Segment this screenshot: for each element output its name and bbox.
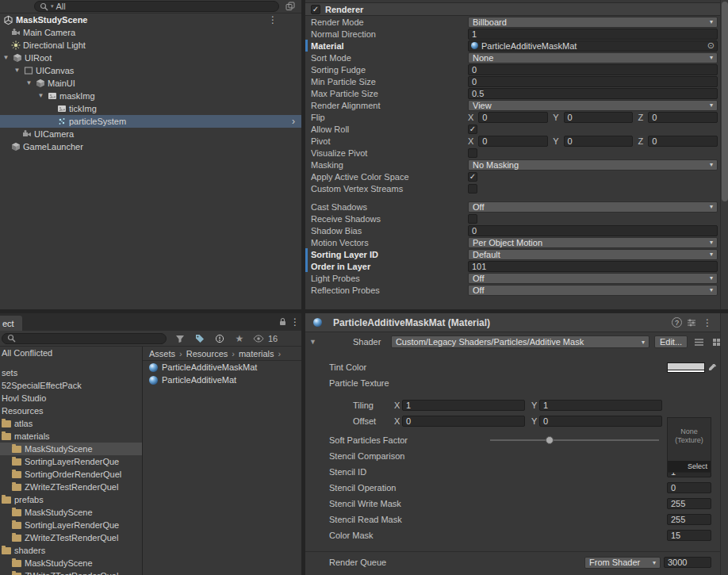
foldout-icon[interactable]: ▼: [13, 67, 21, 74]
render-alignment-dropdown[interactable]: View▾: [468, 100, 718, 111]
color-mask-field[interactable]: 15: [667, 530, 711, 541]
offset-x-field[interactable]: 0: [402, 416, 525, 427]
pivot-y-field[interactable]: 0: [564, 136, 634, 147]
soft-particles-slider[interactable]: [490, 435, 659, 446]
order-in-layer-field[interactable]: 101: [468, 261, 718, 272]
stencil-read-mask-field[interactable]: 255: [667, 514, 711, 525]
breadcrumb-segment[interactable]: materials: [239, 349, 274, 358]
hierarchy-scene-row[interactable]: MaskStudyScene ⋮: [0, 13, 301, 26]
motion-vectors-dropdown[interactable]: Per Object Motion▾: [468, 237, 718, 248]
tree-item-resources[interactable]: Resources: [0, 404, 142, 417]
material-scrollbar[interactable]: [720, 313, 728, 575]
tree-item-sortinglayerrenderque[interactable]: SortingLayerRenderQue: [0, 455, 142, 468]
offset-y-field[interactable]: 0: [539, 416, 662, 427]
layers-icon[interactable]: [284, 0, 297, 13]
normal-direction-field[interactable]: 1: [468, 29, 718, 40]
render-mode-dropdown[interactable]: Billboard▾: [468, 17, 718, 28]
hamburger-menu-icon[interactable]: [692, 335, 705, 348]
tiling-y-field[interactable]: 1: [539, 400, 662, 411]
tree-item-materials[interactable]: materials: [0, 430, 142, 443]
slider-thumb[interactable]: [546, 436, 554, 444]
custom-vertex-streams-checkbox[interactable]: [468, 184, 477, 194]
renderer-enabled-checkbox[interactable]: ✓: [311, 5, 320, 14]
tree-item-sortingorderrenderque[interactable]: SortingOrderRenderQuel: [0, 468, 142, 481]
tree-item-prefabs[interactable]: prefabs: [0, 493, 142, 506]
project-search-input[interactable]: [2, 333, 167, 344]
foldout-icon[interactable]: ▼: [2, 55, 10, 61]
foldout-icon[interactable]: ▼: [25, 80, 33, 86]
hierarchy-item-uicamera[interactable]: UICamera: [0, 128, 301, 140]
visualize-pivot-checkbox[interactable]: [468, 148, 477, 158]
sort-mode-dropdown[interactable]: None▾: [468, 52, 718, 63]
tree-item-zwriteztestrenderque[interactable]: ZWriteZTestRenderQuel: [0, 481, 142, 493]
hierarchy-item-maskimg[interactable]: ▼ maskImg: [0, 90, 301, 102]
sorting-layer-id-dropdown[interactable]: Default▾: [468, 249, 718, 260]
stencil-write-mask-field[interactable]: 255: [667, 498, 711, 509]
favorite-star-icon[interactable]: ★: [233, 332, 246, 345]
light-probes-dropdown[interactable]: Off▾: [468, 273, 718, 284]
cast-shadows-dropdown[interactable]: Off▾: [468, 201, 718, 213]
kebab-menu-icon[interactable]: ⋮: [268, 14, 278, 25]
tree-item-maskstudyscene[interactable]: MaskStudyScene: [0, 443, 142, 455]
tree-item-assets[interactable]: sets: [0, 366, 142, 379]
receive-shadows-checkbox[interactable]: [468, 214, 477, 224]
texture-select-button[interactable]: Select: [668, 461, 711, 472]
min-particle-size-field[interactable]: 0: [468, 76, 718, 87]
scrollbar-thumb[interactable]: [722, 2, 728, 201]
kebab-menu-icon[interactable]: ⋮: [289, 316, 301, 328]
asset-item-particleadditivemat[interactable]: ParticleAdditiveMat: [143, 374, 301, 386]
hierarchy-item-particlesystem[interactable]: particleSystem ›: [0, 115, 301, 128]
hierarchy-item-directional-light[interactable]: Directional Light: [0, 39, 301, 52]
horizontal-splitter[interactable]: [0, 309, 728, 313]
visibility-toggle[interactable]: 16: [253, 332, 278, 345]
tree-item-shaders[interactable]: shaders: [0, 544, 142, 557]
tree-item-atlas[interactable]: atlas: [0, 417, 142, 430]
eyedropper-icon[interactable]: [705, 361, 718, 374]
search-by-label-icon[interactable]: [193, 332, 206, 345]
foldout-icon[interactable]: ▼: [36, 93, 45, 99]
inspector-scrollbar[interactable]: [720, 0, 728, 309]
material-object-field[interactable]: ParticleAdditiveMaskMat ⊙: [468, 40, 718, 52]
tree-item-maskstudyscene-shaders[interactable]: MaskStudyScene: [0, 557, 142, 569]
hierarchy-item-uiroot[interactable]: ▼ UIRoot: [0, 52, 301, 64]
help-icon[interactable]: ?: [672, 317, 682, 328]
favorites-item-all-conflicted[interactable]: All Conflicted: [0, 347, 142, 359]
tree-item-sortinglayerrenderque-prefabs[interactable]: SortingLayerRenderQue: [0, 519, 142, 531]
hierarchy-item-gamelauncher[interactable]: GameLauncher: [0, 140, 301, 153]
lock-icon[interactable]: [276, 316, 289, 328]
flip-z-field[interactable]: 0: [648, 112, 718, 123]
sorting-fudge-field[interactable]: 0: [468, 64, 718, 75]
shader-dropdown[interactable]: Custom/Legacy Shaders/Particles/Additive…: [391, 335, 649, 348]
particle-texture-thumbnail[interactable]: None(Texture) Select: [667, 417, 711, 473]
tree-item-hovl-studio[interactable]: Hovl Studio: [0, 392, 142, 404]
kebab-menu-icon[interactable]: ⋮: [701, 316, 714, 329]
render-queue-mode-dropdown[interactable]: From Shader▾: [584, 557, 661, 569]
flip-x-field[interactable]: 0: [478, 112, 548, 123]
pivot-x-field[interactable]: 0: [478, 136, 548, 147]
tree-item-maskstudyscene-prefabs[interactable]: MaskStudyScene: [0, 506, 142, 519]
tint-color-swatch[interactable]: [667, 362, 705, 373]
tiling-x-field[interactable]: 1: [402, 400, 525, 411]
flip-y-field[interactable]: 0: [564, 112, 634, 123]
hierarchy-item-mainui[interactable]: ▼ MainUI: [0, 77, 301, 90]
object-picker-icon[interactable]: ⊙: [707, 41, 715, 50]
render-queue-field[interactable]: 3000: [664, 557, 711, 568]
breadcrumb-segment[interactable]: Assets: [149, 349, 175, 358]
masking-dropdown[interactable]: No Masking▾: [468, 159, 718, 171]
alert-icon[interactable]: [213, 332, 226, 345]
foldout-icon[interactable]: ▼: [309, 338, 316, 346]
apply-active-color-space-checkbox[interactable]: ✓: [468, 172, 477, 182]
chevron-right-icon[interactable]: ›: [292, 116, 295, 127]
presets-icon[interactable]: [685, 316, 698, 329]
search-filter-caret-icon[interactable]: ▾: [51, 3, 54, 10]
tree-item-zwriteztestrenderque-shaders[interactable]: ZWriteZTestRenderQuel: [0, 569, 142, 575]
asset-item-particleadditivemaskmat[interactable]: ParticleAdditiveMaskMat: [143, 361, 301, 374]
search-by-type-icon[interactable]: [174, 332, 186, 345]
stencil-operation-field[interactable]: 0: [667, 482, 711, 493]
hierarchy-item-uicanvas[interactable]: ▼ UICanvas: [0, 64, 301, 77]
reflection-probes-dropdown[interactable]: Off▾: [468, 285, 718, 296]
tree-item-zwriteztestrenderque-prefabs[interactable]: ZWriteZTestRenderQuel: [0, 531, 142, 544]
edit-shader-button[interactable]: Edit...: [654, 335, 688, 348]
hierarchy-item-main-camera[interactable]: Main Camera: [0, 26, 301, 39]
max-particle-size-field[interactable]: 0.5: [468, 88, 718, 99]
